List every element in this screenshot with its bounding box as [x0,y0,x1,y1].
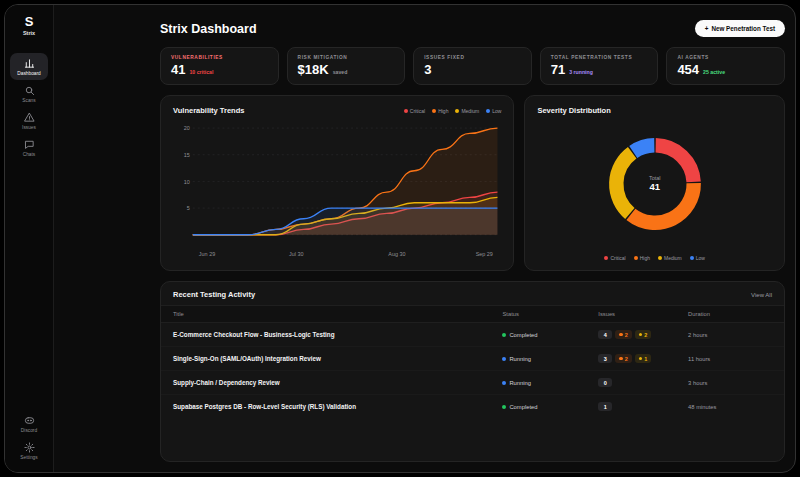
app-logo[interactable]: S Strix [23,15,35,36]
sidebar-item-label: Discord [21,428,37,433]
svg-text:20: 20 [184,125,191,131]
recent-activity-card: Recent Testing Activity View All TitleSt… [160,281,785,462]
status-badge: Completed [502,332,598,338]
status-dot [502,357,506,361]
new-penetration-test-button[interactable]: + New Penetration Test [695,20,785,37]
discord-icon [24,415,35,426]
column-header-issues: Issues [598,311,688,317]
activity-header: Recent Testing Activity View All [161,282,784,305]
row-title: Single-Sign-On (SAML/OAuth) Integration … [173,355,502,362]
page-title: Strix Dashboard [160,22,257,36]
table-row[interactable]: E-Commerce Checkout Flow - Business-Logi… [161,323,784,347]
activity-table-header: TitleStatusIssuesDuration [161,305,784,323]
status-label: Completed [509,332,537,338]
svg-text:Aug 30: Aug 30 [388,251,406,257]
issues-total-badge: 0 [598,378,612,387]
legend-label: Medium [461,108,479,114]
svg-text:Jun 29: Jun 29 [199,251,215,257]
status-label: Completed [509,404,537,410]
stat-value-row: $18Ksaved [298,63,395,76]
plus-icon: + [705,25,709,32]
stat-sub: saved [333,69,348,75]
stat-card: ISSUES FIXED3 [413,47,532,85]
vulnerability-trends-card: Vulnerability Trends CriticalHighMediumL… [160,95,514,271]
status-label: Running [509,356,531,362]
stat-card: TOTAL PENETRATION TESTS713 running [540,47,659,85]
legend-item-critical: Critical [404,108,425,114]
stat-label: ISSUES FIXED [424,55,521,60]
view-all-link[interactable]: View All [751,292,772,298]
sidebar-item-label: Issues [22,125,36,130]
alert-icon [24,112,35,123]
severity-card-header: Severity Distribution [537,106,772,115]
svg-text:Sep 29: Sep 29 [476,251,493,257]
topbar: Strix Dashboard + New Penetration Test [160,20,785,37]
sidebar-item-issues[interactable]: Issues [10,107,48,134]
legend-item-low: Low [690,255,705,261]
legend-label: Critical [410,108,425,114]
stat-value: 3 [424,63,431,76]
column-header-title: Title [173,311,502,317]
sidebar-item-chats[interactable]: Chats [10,134,48,161]
sidebar-item-discord[interactable]: Discord [10,410,48,437]
status-dot [502,333,506,337]
legend-dot [690,256,694,260]
legend-dot [486,109,490,113]
column-header-status: Status [502,311,598,317]
stat-sub: 3 running [569,69,593,75]
app-name: Strix [23,30,35,36]
sidebar-nav: DashboardScansIssuesChats [10,53,48,161]
sidebar-item-settings[interactable]: Settings [10,437,48,464]
issues-total-badge: 1 [598,402,612,411]
sidebar-item-scans[interactable]: Scans [10,80,48,107]
row-title: Supabase Postgres DB - Row-Level Securit… [173,403,502,410]
legend-item-high: High [432,108,448,114]
legend-label: Low [492,108,501,114]
legend-label: Medium [664,255,682,261]
severity-donut-svg [601,130,709,238]
legend-dot [658,256,662,260]
severity-dot [619,333,623,337]
status-label: Running [509,380,531,386]
severity-title: Severity Distribution [537,106,610,115]
trends-title: Vulnerability Trends [173,106,244,115]
stat-value-row: 45425 active [677,63,774,76]
stat-label: AI AGENTS [677,55,774,60]
sidebar-item-label: Chats [23,152,36,157]
legend-dot [455,109,459,113]
legend-item-low: Low [486,108,501,114]
severity-badge: 1 [635,354,652,363]
strix-logo-icon: S [25,15,34,29]
severity-badge: 2 [615,354,632,363]
search-icon [24,85,35,96]
duration: 11 hours [688,356,772,362]
chat-icon [24,139,35,150]
legend-label: Critical [610,255,625,261]
stat-label: TOTAL PENETRATION TESTS [551,55,648,60]
severity-badge: 2 [615,330,632,339]
duration: 3 hours [688,380,772,386]
stat-value-row: 3 [424,63,521,76]
severity-dot [619,357,623,361]
main-content: Strix Dashboard + New Penetration Test V… [54,5,795,472]
severity-legend: CriticalHighMediumLow [537,252,772,262]
sidebar-item-dashboard[interactable]: Dashboard [10,53,48,80]
table-row[interactable]: Supabase Postgres DB - Row-Level Securit… [161,395,784,418]
table-row[interactable]: Supply-Chain / Dependency ReviewRunning0… [161,371,784,395]
stat-card: RISK MITIGATION$18Ksaved [287,47,406,85]
stat-sub: 25 active [703,69,725,75]
charts-row: Vulnerability Trends CriticalHighMediumL… [160,95,785,271]
activity-table-body: E-Commerce Checkout Flow - Business-Logi… [161,323,784,418]
legend-dot [404,109,408,113]
legend-dot [432,109,436,113]
legend-item-critical: Critical [604,255,625,261]
issues-cell: 321 [598,354,688,363]
status-dot [502,381,506,385]
sidebar-item-label: Settings [20,455,37,460]
table-row[interactable]: Single-Sign-On (SAML/OAuth) Integration … [161,347,784,371]
legend-item-medium: Medium [658,255,682,261]
stat-value: 41 [171,63,185,76]
stat-value-row: 4110 critical [171,63,268,76]
activity-title: Recent Testing Activity [173,290,255,299]
sidebar: S Strix DashboardScansIssuesChats Discor… [5,5,54,472]
